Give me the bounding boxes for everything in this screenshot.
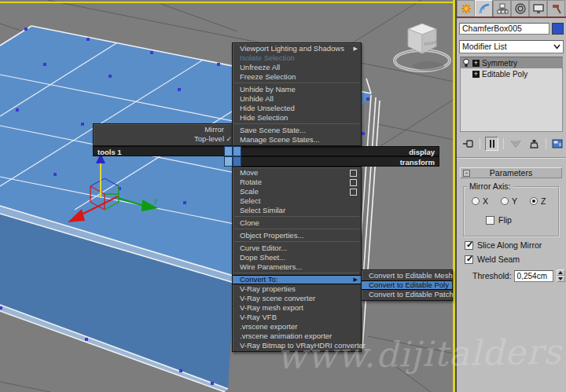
tab-create[interactable]: [457, 0, 475, 16]
remove-modifier-button[interactable]: [527, 137, 541, 151]
menu-item-v-ray-scene-converter[interactable]: V-Ray scene converter: [233, 294, 361, 303]
spinner-up-button[interactable]: [557, 269, 565, 276]
menu-item-v-ray-properties[interactable]: V-Ray properties: [233, 284, 361, 294]
menu-item-curve-editor[interactable]: Curve Editor...: [233, 244, 361, 253]
flip-checkbox[interactable]: [486, 216, 494, 225]
make-unique-button[interactable]: [509, 137, 522, 151]
expand-plus-icon[interactable]: +: [472, 71, 480, 78]
monitor-icon: [532, 2, 545, 15]
viewcube[interactable]: RIGHT: [395, 24, 450, 71]
menu-item-mirror[interactable]: Mirror: [94, 125, 235, 134]
menu-item-vrscene-exporter[interactable]: .vrscene exporter: [233, 322, 361, 332]
quad-center-square[interactable]: [233, 156, 241, 167]
modifier-name: Symmetry: [482, 59, 517, 68]
menu-item-dope-sheet[interactable]: Dope Sheet...: [233, 253, 361, 262]
quad-tools-menu: MirrorTop-level: [93, 123, 236, 146]
show-end-result-icon: [488, 139, 496, 148]
make-unique-icon: [510, 140, 521, 148]
menu-item-v-ray-mesh-export[interactable]: V-Ray mesh export: [233, 303, 361, 313]
quad-label-tools[interactable]: tools 1: [93, 146, 237, 156]
menu-item-unfreeze-all[interactable]: Unfreeze All: [233, 63, 361, 72]
application-window: y RIGHT MirrorTop-level tools 1 display …: [0, 0, 566, 392]
menu-item-save-scene-state[interactable]: Save Scene State...: [233, 126, 361, 135]
perspective-viewport[interactable]: y RIGHT: [0, 0, 456, 392]
object-color-swatch[interactable]: [552, 23, 564, 35]
menu-separator: [234, 229, 359, 229]
menu-item-manage-scene-states[interactable]: Manage Scene States...: [233, 135, 361, 145]
expand-plus-icon[interactable]: +: [472, 60, 480, 67]
slice-along-mirror-checkbox[interactable]: [465, 241, 473, 250]
quad-center-square[interactable]: [224, 146, 233, 156]
menu-item-convert-to-editable-mesh[interactable]: Convert to Editable Mesh: [362, 271, 452, 280]
stack-row-symmetry[interactable]: + Symmetry: [461, 57, 562, 68]
menu-item-unhide-by-name[interactable]: Unhide by Name: [233, 85, 361, 94]
configure-modifier-sets-button[interactable]: [551, 137, 564, 151]
pin-stack-button[interactable]: [461, 137, 475, 151]
menu-item-scale[interactable]: Scale: [233, 187, 361, 196]
menu-item-select[interactable]: Select: [233, 196, 361, 206]
slice-along-mirror-label: Slice Along Mirror: [477, 240, 542, 250]
menu-item-v-ray-vfb[interactable]: V-Ray VFB: [233, 313, 361, 322]
modifier-name: Editable Poly: [482, 70, 527, 79]
tab-utilities[interactable]: [547, 0, 565, 16]
tab-modify[interactable]: [475, 0, 493, 16]
menu-item-hide-selection[interactable]: Hide Selection: [233, 113, 361, 123]
menu-item-freeze-selection[interactable]: Freeze Selection: [233, 72, 361, 82]
radio-x[interactable]: [472, 197, 480, 205]
weld-seam-checkbox[interactable]: [465, 255, 473, 264]
toolbar-separator: [546, 138, 546, 149]
spinner-down-button[interactable]: [557, 276, 565, 282]
modifier-stack: + Symmetry + Editable Poly: [460, 57, 563, 132]
parameters-rollout-header[interactable]: - Parameters: [460, 167, 562, 178]
tab-hierarchy[interactable]: [493, 0, 511, 16]
command-panel: ChamferBox005 Modifier List + Symmetry +…: [457, 0, 566, 392]
menu-item-move[interactable]: Move: [233, 168, 361, 178]
quad-display-menu: Viewport Lighting and ShadowsIsolate Sel…: [232, 42, 362, 146]
threshold-spinner: [557, 269, 565, 282]
radio-z[interactable]: [530, 197, 538, 205]
menu-item-isolate-selection[interactable]: Isolate Selection: [233, 53, 361, 63]
quad-label-transform[interactable]: transform: [237, 156, 439, 167]
hierarchy-boxes-icon: [496, 2, 509, 15]
radio-x-label: X: [483, 196, 488, 206]
active-viewport-border-top: [0, 2, 456, 3]
menu-item-hide-unselected[interactable]: Hide Unselected: [233, 104, 361, 113]
menu-item-object-properties[interactable]: Object Properties...: [233, 231, 361, 240]
menu-item-viewport-lighting-and-shadows[interactable]: Viewport Lighting and Shadows: [233, 44, 361, 53]
tab-motion[interactable]: [511, 0, 529, 16]
sunburst-icon: [460, 2, 472, 15]
convert-to-submenu: Convert to Editable MeshConvert to Edita…: [361, 269, 453, 301]
menu-item-v-ray-bitmap-to-vrayhdri-converter[interactable]: V-Ray Bitmap to VRayHDRI converter: [233, 341, 361, 350]
lightbulb-icon[interactable]: [462, 58, 470, 68]
object-name-field[interactable]: ChamferBox005: [459, 23, 549, 35]
menu-item-convert-to-editable-patch[interactable]: Convert to Editable Patch: [362, 290, 452, 299]
menu-item-select-similar[interactable]: Select Similar: [233, 206, 361, 215]
command-panel-tabs: [457, 0, 566, 18]
stack-row-editable-poly[interactable]: + Editable Poly: [461, 68, 562, 79]
modifier-list-dropdown[interactable]: Modifier List: [459, 40, 564, 53]
toolbar-separator: [480, 138, 480, 149]
quad-center-square[interactable]: [233, 146, 241, 156]
show-end-result-button[interactable]: [485, 137, 498, 151]
menu-item-clone[interactable]: Clone: [233, 218, 361, 228]
mirror-axis-legend: Mirror Axis:: [467, 181, 513, 191]
menu-item-rotate[interactable]: Rotate: [233, 178, 361, 187]
radio-y[interactable]: [501, 197, 509, 205]
menu-item-vrscene-animation-exporter[interactable]: .vrscene animation exporter: [233, 332, 361, 341]
menu-separator: [234, 241, 359, 242]
quad-center-square[interactable]: [224, 156, 233, 167]
collapse-minus-icon[interactable]: -: [463, 170, 470, 177]
scene-canvas[interactable]: y RIGHT: [0, 0, 456, 392]
menu-separator: [234, 273, 359, 273]
menu-item-convert-to[interactable]: Convert To:: [233, 275, 361, 284]
menu-separator: [234, 123, 359, 124]
threshold-field[interactable]: 0,254cm: [514, 270, 553, 282]
menu-item-convert-to-editable-poly[interactable]: Convert to Editable Poly: [362, 280, 452, 290]
menu-item-unhide-all[interactable]: Unhide All: [233, 94, 361, 104]
menu-item-wire-parameters[interactable]: Wire Parameters...: [233, 262, 361, 272]
configure-modifier-sets-icon: [552, 139, 563, 148]
menu-item-top-level[interactable]: Top-level: [94, 134, 235, 144]
tab-display[interactable]: [529, 0, 547, 16]
quad-label-display[interactable]: display: [237, 146, 439, 156]
viewcube-shadow: [413, 61, 444, 71]
